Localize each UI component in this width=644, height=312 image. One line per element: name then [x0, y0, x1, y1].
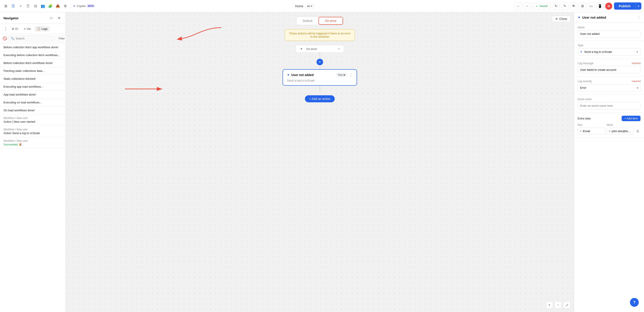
- trigger-node[interactable]: ▼ On error ▾: [296, 45, 344, 52]
- search-input[interactable]: [16, 37, 52, 40]
- list-item[interactable]: Workflow • New user Action | New user st…: [0, 114, 66, 126]
- disable-icon[interactable]: 🚫: [3, 36, 7, 40]
- right-panel: ✦ User not added ⋮ Name Type ✦ Send a lo…: [574, 12, 644, 312]
- extra-data-key-input[interactable]: ✦ Email: [578, 128, 605, 134]
- search-icon: 🔍: [11, 37, 14, 40]
- rp-type-icon: ✦: [580, 50, 582, 54]
- delete-row-icon[interactable]: 🗑: [635, 129, 640, 133]
- rp-extra-data-section: Extra data + Add item Key Value ✦ Email …: [574, 112, 644, 138]
- canvas-flow: ▼ On error ▾ + ✦ User not added: [282, 45, 357, 102]
- rp-log-severity-label: Log severity required: [578, 80, 640, 83]
- trigger-icon: ▼: [300, 47, 303, 50]
- publish-button-group[interactable]: Publish ▾: [614, 2, 641, 10]
- database-icon[interactable]: ⊟: [32, 3, 38, 9]
- key-icon: ✦: [580, 130, 582, 133]
- rp-title: ✦ User not added: [578, 16, 606, 20]
- saved-button[interactable]: ✓ Saved: [532, 3, 551, 9]
- list-item[interactable]: Before collection fetch workflows done!: [0, 59, 66, 67]
- search-box: 🔍: [8, 36, 55, 42]
- add-item-button[interactable]: + Add item: [622, 116, 640, 121]
- monitor-icon[interactable]: 🖥: [579, 3, 586, 10]
- document-icon[interactable]: 🗒: [25, 3, 31, 9]
- test-dot: [344, 74, 345, 76]
- rp-event-name-label: Event name: [578, 98, 640, 101]
- rp-name-label: Name: [578, 26, 640, 29]
- language-selector[interactable]: en ▾: [305, 4, 314, 8]
- trigger-chevron: ▾: [338, 47, 340, 50]
- tab-on-error[interactable]: On error: [318, 17, 343, 25]
- collapse-icon[interactable]: ⊢: [49, 15, 55, 21]
- mobile-icon[interactable]: 📱: [596, 3, 604, 10]
- sidebar-header: Navigator ⊢ ✕: [0, 12, 66, 24]
- list-item[interactable]: On load workflows done!: [0, 106, 66, 114]
- topbar-right: ← → ✓ Saved ↻ ✎ 👁 🖥 ▭ 📱 N Publish ▾: [515, 2, 641, 10]
- rp-name-input[interactable]: [578, 30, 640, 38]
- rp-options-icon[interactable]: ⋮: [637, 15, 640, 20]
- sidebar-tab-logs[interactable]: 📋Logs: [34, 26, 50, 32]
- close-button[interactable]: ✕ Close: [552, 16, 570, 22]
- error-notice: These actions will be triggered if there…: [285, 29, 355, 41]
- list-item[interactable]: Fetching static collections data...: [0, 67, 66, 75]
- rp-log-message-section: Log message required: [574, 59, 644, 77]
- redo-icon[interactable]: →: [524, 3, 530, 10]
- publish-chevron-icon[interactable]: ▾: [636, 3, 641, 10]
- extra-data-value-input[interactable]: ✦ john.doe@te...: [606, 128, 634, 134]
- plus-icon[interactable]: ＋: [18, 3, 24, 9]
- users-icon[interactable]: 👥: [40, 3, 46, 9]
- refresh-icon[interactable]: ↻: [553, 3, 560, 10]
- list-item[interactable]: Workflow • New user Action Send a log to…: [0, 126, 66, 137]
- topbar-left: ⊞ ☰ ＋ 🗒 ⊟ 👥 🧩 📥 ⚙ ✦ Copilot BETA: [3, 3, 95, 9]
- copilot-badge[interactable]: ✦ Copilot BETA: [73, 4, 95, 8]
- action-card-header: ✦ User not added Test ⋮: [287, 73, 353, 77]
- card-options-icon[interactable]: ⋮: [349, 73, 353, 77]
- test-badge[interactable]: Test: [336, 73, 348, 77]
- rp-log-message-label: Log message required: [578, 62, 640, 65]
- grid-icon[interactable]: ⊞: [3, 3, 9, 9]
- pen-icon[interactable]: ✎: [562, 3, 568, 10]
- main-layout: Navigator ⊢ ✕ ⋮ ⊞El. ≡Var. 📋Logs 🚫 🔍: [0, 12, 644, 312]
- list-item[interactable]: Before collection fetch app workflows do…: [0, 44, 66, 51]
- extra-data-cols: Key Value: [578, 123, 640, 126]
- topbar: ⊞ ☰ ＋ 🗒 ⊟ 👥 🧩 📥 ⚙ ✦ Copilot BETA Home en…: [0, 0, 644, 12]
- extra-data-row: ✦ Email ✦ john.doe@te... 🗑: [578, 128, 640, 134]
- add-action-button[interactable]: + Add an action: [305, 95, 335, 102]
- undo-icon[interactable]: ←: [515, 3, 522, 10]
- tab-default[interactable]: Default: [296, 17, 318, 24]
- canvas-inner: Default On error These actions will be t…: [66, 12, 574, 312]
- action-card: ✦ User not added Test ⋮ Send a log to nc…: [282, 69, 357, 86]
- list-item[interactable]: App load workflows done!: [0, 91, 66, 98]
- tablet-icon[interactable]: ▭: [588, 3, 595, 10]
- zoom-in-button[interactable]: +: [546, 302, 553, 308]
- rp-log-severity-select[interactable]: Error Warning Info Debug: [578, 84, 640, 91]
- rp-title-icon: ✦: [578, 16, 580, 20]
- sidebar-tab-var[interactable]: ≡Var.: [22, 26, 34, 32]
- rp-event-name-input[interactable]: [578, 102, 640, 109]
- help-button[interactable]: ?: [630, 298, 639, 307]
- sidebar-tabs: ⋮ ⊞El. ≡Var. 📋Logs: [0, 24, 66, 34]
- rp-log-message-input[interactable]: [578, 66, 640, 74]
- list-item[interactable]: Workflow • New user Succeeded 🎉: [0, 137, 66, 148]
- sidebar-close-icon[interactable]: ✕: [56, 15, 62, 21]
- rp-type-value[interactable]: ✦ Send a log to ncScale ▾: [578, 48, 640, 56]
- add-connector-button[interactable]: +: [316, 59, 323, 65]
- list-item[interactable]: Executing app load workflows...: [0, 83, 66, 91]
- zoom-out-button[interactable]: −: [555, 302, 562, 308]
- settings-icon[interactable]: ⚙: [62, 3, 68, 9]
- list-item[interactable]: Static collections fetched!: [0, 75, 66, 83]
- rp-type-section: Type ✦ Send a log to ncScale ▾: [574, 41, 644, 59]
- action-card-icon: ✦: [287, 73, 290, 77]
- list-item[interactable]: Executing before collection fetch workfl…: [0, 51, 66, 59]
- inbox-icon[interactable]: 📥: [55, 3, 61, 9]
- fit-button[interactable]: ⤢: [564, 302, 570, 308]
- action-card-title: ✦ User not added: [287, 73, 314, 77]
- sidebar-options-icon[interactable]: ⋮: [3, 26, 9, 32]
- rp-log-severity-wrapper: Error Warning Info Debug: [578, 84, 640, 91]
- navigator-icon[interactable]: ☰: [10, 3, 16, 9]
- puzzle-icon[interactable]: 🧩: [47, 3, 54, 9]
- sidebar-header-icons: ⊢ ✕: [49, 15, 62, 21]
- sidebar-tab-el[interactable]: ⊞El.: [10, 26, 21, 32]
- eye-icon[interactable]: 👁: [570, 3, 577, 10]
- list-item[interactable]: Executing on load workflows...: [0, 98, 66, 106]
- publish-button[interactable]: Publish: [614, 2, 636, 10]
- action-card-subtitle: Send a log to ncScale: [287, 79, 353, 82]
